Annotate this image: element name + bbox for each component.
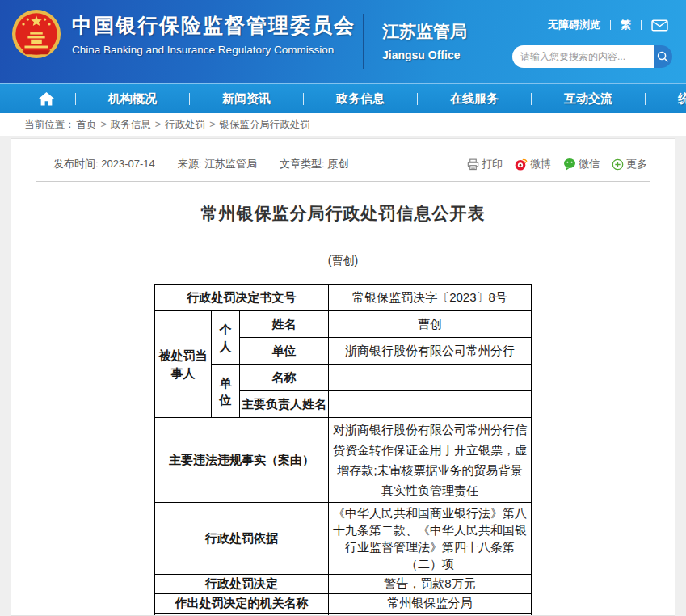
site-header: 中国银行保险监督管理委员会 China Banking and Insuranc… xyxy=(0,0,686,83)
share-actions: 打印 微博 xyxy=(467,157,647,171)
printer-icon xyxy=(467,158,479,171)
article-meta: 发布时间: 2023-07-14 来源: 江苏监管局 文章类型: 原创 xyxy=(53,157,348,171)
office-name-cn: 江苏监管局 xyxy=(382,20,467,43)
wechat-share-button[interactable]: 微信 xyxy=(563,157,600,171)
article-panel: 发布时间: 2023-07-14 来源: 江苏监管局 文章类型: 原创 xyxy=(11,138,675,616)
article-type: 文章类型: 原创 xyxy=(280,157,348,171)
breadcrumb-label: 当前位置： xyxy=(24,118,75,132)
content-area: 发布时间: 2023-07-14 来源: 江苏监管局 文章类型: 原创 xyxy=(0,136,686,616)
main-nav: 机构概况新闻资讯政务信息在线服务互动交流统计数据 xyxy=(0,83,686,113)
plus-circle-icon xyxy=(612,158,624,171)
top-link-separator xyxy=(641,20,642,30)
breadcrumb-item-2[interactable]: 行政处罚 xyxy=(165,119,205,130)
top-link-separator xyxy=(610,20,611,30)
unit-group-label: 单位 xyxy=(212,365,240,418)
office-block: 江苏监管局 Jiangsu Office xyxy=(382,20,467,61)
table-row: 主要违法违规事实（案由） 对浙商银行股份有限公司常州分行信贷资金转作保证金用于开… xyxy=(155,418,532,503)
page-title: 常州银保监分局行政处罚信息公开表 xyxy=(11,202,675,225)
principal-label: 主要负责人姓名 xyxy=(240,391,329,418)
table-row: 单位 名称 xyxy=(155,365,532,391)
wechat-icon xyxy=(563,158,576,171)
traditional-chinese-link[interactable]: 繁 xyxy=(621,18,631,32)
article-meta-row: 发布时间: 2023-07-14 来源: 江苏监管局 文章类型: 原创 xyxy=(36,139,650,182)
table-row: 被处罚当事人 个人 姓名 曹创 xyxy=(155,311,532,338)
name-value: 曹创 xyxy=(329,311,532,338)
breadcrumb-separator: > xyxy=(209,119,215,130)
breadcrumb: 当前位置： 首页>政务信息>行政处罚>银保监分局行政处罚 xyxy=(0,113,686,136)
unit-label: 单位 xyxy=(240,338,329,365)
org-names: 中国银行保险监督管理委员会 China Banking and Insuranc… xyxy=(72,12,356,56)
doc-number-value: 常银保监罚决字〔2023〕8号 xyxy=(329,285,532,311)
date-label: 作出处罚决定的日期 xyxy=(155,614,329,616)
office-name-en: Jiangsu Office xyxy=(382,49,467,61)
search-icon xyxy=(656,50,670,64)
publish-time: 发布时间: 2023-07-14 xyxy=(53,157,155,171)
penalty-info-table: 行政处罚决定书文号 常银保监罚决字〔2023〕8号 被处罚当事人 个人 姓名 曹… xyxy=(154,284,532,616)
principal-value xyxy=(329,391,532,418)
search-button[interactable] xyxy=(654,45,672,68)
header-divider xyxy=(363,14,364,69)
weibo-share-button[interactable]: 微博 xyxy=(515,157,551,171)
date-value: 2023年7月10日 xyxy=(329,614,532,616)
breadcrumb-separator: > xyxy=(155,119,161,130)
site-logo-block[interactable]: 中国银行保险监督管理委员会 China Banking and Insuranc… xyxy=(11,9,356,59)
decision-value: 警告，罚款8万元 xyxy=(329,575,532,594)
org-name-cn: 中国银行保险监督管理委员会 xyxy=(72,12,356,39)
weibo-icon xyxy=(515,158,528,171)
page-subtitle: (曹创) xyxy=(11,254,675,268)
basis-value: 《中华人民共和国商业银行法》第八十九条第二款、《中华人民共和国银行业监督管理法》… xyxy=(329,503,532,575)
table-row: 行政处罚决定 警告，罚款8万元 xyxy=(155,575,532,594)
org-name-value xyxy=(329,365,532,391)
mail-icon[interactable] xyxy=(651,19,668,32)
table-row: 作出处罚决定的日期 2023年7月10日 xyxy=(155,614,532,616)
cbirc-jiangsu-page: 中国银行保险监督管理委员会 China Banking and Insuranc… xyxy=(0,0,686,616)
org-name-en: China Banking and Insurance Regulatory C… xyxy=(72,44,356,56)
table-row: 行政处罚决定书文号 常银保监罚决字〔2023〕8号 xyxy=(155,285,532,311)
unit-value: 浙商银行股份有限公司常州分行 xyxy=(329,338,532,365)
basis-label: 行政处罚依据 xyxy=(155,503,329,575)
nav-home-button[interactable] xyxy=(29,92,75,106)
breadcrumb-item-0[interactable]: 首页 xyxy=(77,119,97,130)
nav-item-3[interactable]: 在线服务 xyxy=(418,91,531,107)
breadcrumb-separator: > xyxy=(101,119,107,130)
name-label: 姓名 xyxy=(240,311,329,338)
article-source: 来源: 江苏监管局 xyxy=(178,157,257,171)
nav-item-1[interactable]: 新闻资讯 xyxy=(190,91,303,107)
doc-number-label: 行政处罚决定书文号 xyxy=(155,285,329,311)
individual-group-label: 个人 xyxy=(212,311,240,365)
table-row: 作出处罚决定的机关名称 常州银保监分局 xyxy=(155,594,532,614)
more-share-button[interactable]: 更多 xyxy=(612,157,647,171)
breadcrumb-item-1[interactable]: 政务信息 xyxy=(111,119,151,130)
nav-items: 机构概况新闻资讯政务信息在线服务互动交流统计数据 xyxy=(75,84,686,113)
home-icon xyxy=(39,92,54,106)
print-button[interactable]: 打印 xyxy=(467,157,503,171)
nav-item-5[interactable]: 统计数据 xyxy=(646,91,686,107)
table-row: 行政处罚依据 《中华人民共和国商业银行法》第八十九条第二款、《中华人民共和国银行… xyxy=(155,503,532,575)
accessibility-link[interactable]: 无障碍浏览 xyxy=(548,18,600,32)
authority-value: 常州银保监分局 xyxy=(329,594,532,614)
search-input[interactable] xyxy=(512,45,654,68)
nav-item-0[interactable]: 机构概况 xyxy=(76,91,189,107)
breadcrumb-items: 首页>政务信息>行政处罚>银保监分局行政处罚 xyxy=(75,118,312,132)
authority-label: 作出处罚决定的机关名称 xyxy=(155,594,329,614)
breadcrumb-item-3: 银保监分局行政处罚 xyxy=(219,119,310,130)
search-bar xyxy=(512,45,672,68)
party-label: 被处罚当事人 xyxy=(155,311,212,418)
china-national-emblem-icon xyxy=(11,9,61,59)
org-name-label: 名称 xyxy=(240,365,329,391)
facts-value: 对浙商银行股份有限公司常州分行信贷资金转作保证金用于开立银票，虚增存款;未审核票… xyxy=(329,418,532,503)
header-top-links: 无障碍浏览 繁 xyxy=(548,18,668,32)
nav-item-2[interactable]: 政务信息 xyxy=(304,91,417,107)
facts-label: 主要违法违规事实（案由） xyxy=(155,418,329,503)
decision-label: 行政处罚决定 xyxy=(155,575,329,594)
nav-item-4[interactable]: 互动交流 xyxy=(532,91,645,107)
